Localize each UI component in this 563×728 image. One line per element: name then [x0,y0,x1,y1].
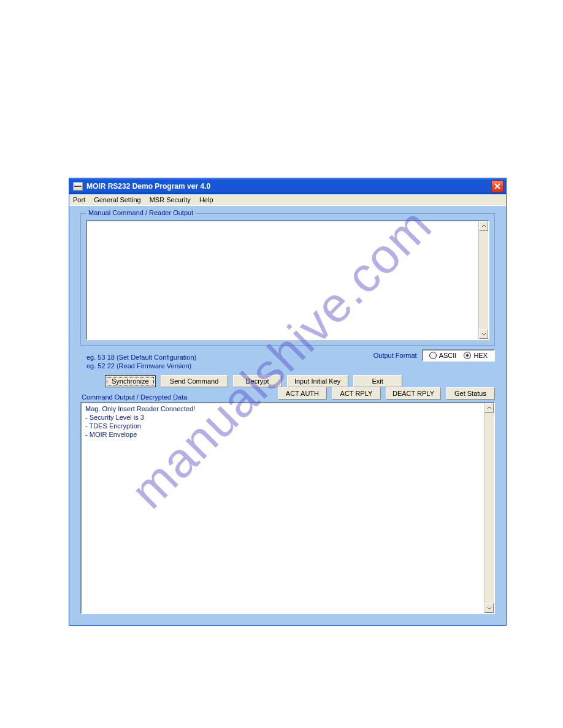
client-area: Manual Command / Reader Output [69,206,506,625]
act-auth-button[interactable]: ACT AUTH [278,387,327,400]
radio-hex-label: HEX [473,352,488,359]
exit-button[interactable]: Exit [353,375,402,387]
close-button[interactable] [491,180,504,192]
menubar: Port General Setting MSR Security Help [69,194,506,206]
output-line: - TDES Encryption [85,422,483,430]
deact-rply-button[interactable]: DEACT RPLY [386,387,441,400]
output-line: Mag. Only Insert Reader Connected! [85,404,483,413]
radio-icon [429,352,437,359]
app-window: MOIR RS232 Demo Program ver 4.0 Port Gen… [69,178,507,626]
manual-command-label: Manual Command / Reader Output [86,209,196,216]
scroll-down-button[interactable] [484,603,494,613]
close-icon [494,183,500,189]
titlebar[interactable]: MOIR RS232 Demo Program ver 4.0 [69,178,506,194]
example-hints: eg. 53 18 (Set Default Configuration) eg… [86,353,196,370]
decrypt-button[interactable]: Decrypt [233,375,282,387]
menu-general-setting[interactable]: General Setting [94,196,140,203]
output-format-group: ASCII HEX [422,349,495,362]
radio-ascii-label: ASCII [439,352,457,359]
radio-hex[interactable]: HEX [464,352,488,359]
scroll-up-button[interactable] [484,403,494,413]
example-2: eg. 52 22 (Read Firmware Version) [86,362,196,370]
scrollbar[interactable] [478,221,488,339]
app-icon [73,182,83,191]
get-status-button[interactable]: Get Status [446,387,495,400]
menu-msr-security[interactable]: MSR Security [150,196,191,203]
menu-help[interactable]: Help [199,196,213,203]
act-rply-button[interactable]: ACT RPLY [332,387,381,400]
button-row-1: Synchronize Send Command Decrypt Input I… [105,375,495,387]
manual-command-group: Manual Command / Reader Output [80,213,495,346]
output-format-label: Output Format [373,352,417,359]
output-line: - MOIR Envelope [85,430,483,439]
window-title: MOIR RS232 Demo Program ver 4.0 [86,182,491,191]
chevron-up-icon [481,224,486,229]
radio-icon [464,352,471,359]
command-output-textarea[interactable]: Mag. Only Insert Reader Connected! - Sec… [80,402,495,614]
synchronize-button[interactable]: Synchronize [105,375,156,387]
chevron-up-icon [487,406,492,411]
scroll-up-button[interactable] [479,221,488,231]
scroll-down-button[interactable] [479,329,488,339]
output-line: - Security Level is 3 [85,413,483,422]
chevron-down-icon [487,605,492,610]
scrollbar[interactable] [484,403,494,613]
menu-port[interactable]: Port [73,196,85,203]
radio-ascii[interactable]: ASCII [429,352,457,359]
send-command-button[interactable]: Send Command [161,375,228,387]
command-output-label: Command Output / Decrypted Data [82,393,187,401]
input-initial-key-button[interactable]: Input Initial Key [287,375,348,387]
example-1: eg. 53 18 (Set Default Configuration) [86,353,196,362]
manual-command-textarea[interactable] [86,220,489,340]
chevron-down-icon [481,332,486,336]
